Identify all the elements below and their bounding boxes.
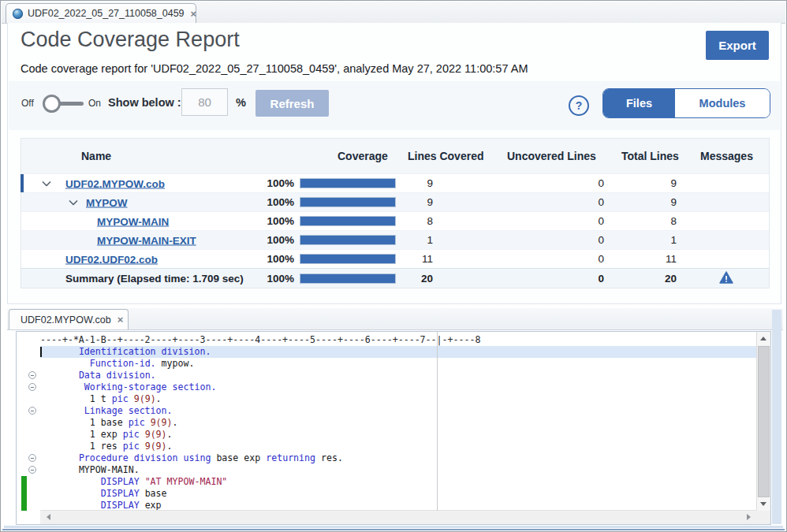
- file-link[interactable]: UDF02.UDF02.cob: [65, 253, 158, 265]
- messages-cell: [700, 212, 770, 230]
- column-ruler: ----+-*A-1-B--+----2----+----3----+----4…: [17, 334, 757, 346]
- messages-cell: [700, 250, 770, 268]
- warning-icon[interactable]: [719, 271, 733, 286]
- chevron-down-icon[interactable]: [42, 180, 51, 186]
- selected-row-accent: [21, 174, 24, 192]
- fold-collapse-icon[interactable]: [28, 407, 36, 415]
- scrollbar-thumb[interactable]: [758, 346, 770, 497]
- file-link[interactable]: MYPOW-MAIN-EXIT: [97, 234, 196, 246]
- report-subtitle: Code coverage report for 'UDF02_2022_05_…: [21, 62, 528, 75]
- code-line: 1 t pic 9(9).: [17, 393, 757, 405]
- table-row: MYPOW-MAIN-EXIT100%101: [21, 230, 769, 249]
- lines-covered-value: 8: [408, 212, 507, 230]
- refresh-button[interactable]: Refresh: [255, 90, 329, 117]
- uncovered-lines-value: 0: [507, 193, 621, 211]
- coverage-bar: [300, 254, 396, 264]
- coverage-percent: 100%: [250, 234, 294, 246]
- editor-tab-bar: UDF02.MYPOW.cob ×: [7, 308, 783, 330]
- application-window: UDF02_2022_05_27_110058_0459 × Code Cove…: [0, 0, 787, 532]
- close-icon[interactable]: ×: [191, 9, 197, 19]
- editor-tab[interactable]: UDF02.MYPOW.cob ×: [9, 309, 129, 329]
- code-line: Linkage section.: [17, 405, 757, 417]
- table-row: Summary (Elapsed time: 1.709 sec)100%200…: [21, 268, 769, 288]
- code-line: DISPLAY "AT MYPOW-MAIN": [17, 476, 757, 488]
- fold-collapse-icon[interactable]: [28, 454, 36, 462]
- toggle-on-label: On: [88, 98, 101, 109]
- lines-covered-value: 1: [408, 231, 507, 249]
- fold-collapse-icon[interactable]: [28, 466, 36, 474]
- scrollbar-right-icon[interactable]: [742, 511, 755, 523]
- coverage-marker: [21, 500, 27, 511]
- coverage-bar: [300, 197, 396, 207]
- window-trim: [4, 526, 783, 528]
- threshold-input[interactable]: [181, 88, 228, 116]
- table-row: UDF02.MYPOW.cob100%909: [21, 173, 769, 192]
- view-tab-title: UDF02_2022_05_27_110058_0459: [28, 8, 185, 19]
- scrollbar-down-icon[interactable]: [757, 497, 770, 511]
- scrollbar-left-icon[interactable]: [42, 511, 55, 523]
- vertical-scrollbar[interactable]: [756, 332, 770, 511]
- code-line: Data division.: [17, 370, 757, 381]
- close-icon[interactable]: ×: [117, 314, 124, 325]
- code-line: DISPLAY base: [17, 488, 757, 500]
- header-messages: Messages: [700, 150, 770, 162]
- table-header: Name Coverage Lines Covered Uncovered Li…: [21, 139, 769, 173]
- files-button[interactable]: Files: [603, 89, 675, 117]
- chevron-down-icon[interactable]: [69, 199, 78, 205]
- code-line: Identification division.: [17, 346, 757, 358]
- messages-cell: [700, 269, 770, 288]
- horizontal-scrollbar[interactable]: [40, 510, 757, 524]
- total-lines-value: 9: [621, 174, 700, 192]
- file-link[interactable]: UDF02.MYPOW.cob: [65, 177, 165, 189]
- scrollbar-up-icon[interactable]: [757, 332, 770, 345]
- total-lines-value: 8: [621, 212, 700, 230]
- show-below-label: Show below :: [108, 96, 181, 109]
- uncovered-lines-value: 0: [507, 231, 621, 249]
- help-icon[interactable]: ?: [569, 95, 589, 116]
- header-coverage: Coverage: [250, 150, 408, 162]
- code-line: Function-id. mypow.: [17, 358, 757, 370]
- code-line: DISPLAY exp: [17, 500, 757, 511]
- header-name: Name: [21, 150, 250, 162]
- coverage-marker: [21, 488, 27, 500]
- coverage-bar: [300, 235, 396, 245]
- scrollbar-corner: [757, 511, 770, 524]
- editor-body: ----+-*A-1-B--+----2----+----3----+----4…: [7, 330, 783, 526]
- coverage-percent: 100%: [250, 273, 294, 285]
- code-area[interactable]: ----+-*A-1-B--+----2----+----3----+----4…: [17, 332, 757, 511]
- code-coverage-report-panel: Code Coverage Report Export Code coverag…: [7, 23, 781, 304]
- uncovered-lines-value: 0: [507, 174, 621, 192]
- file-link[interactable]: MYPOW: [86, 196, 128, 208]
- modules-button[interactable]: Modules: [675, 89, 770, 117]
- uncovered-lines-value: 0: [507, 250, 621, 268]
- table-row: MYPOW100%909: [21, 192, 769, 211]
- view-tab-bar: UDF02_2022_05_27_110058_0459 ×: [2, 2, 785, 24]
- toggle-off-label: Off: [21, 98, 34, 109]
- fold-collapse-icon[interactable]: [28, 371, 36, 379]
- total-lines-value: 11: [621, 250, 700, 268]
- export-button[interactable]: Export: [706, 31, 769, 60]
- header-lines-covered: Lines Covered: [408, 150, 507, 162]
- toggle-knob[interactable]: [43, 95, 61, 113]
- window-trim: [772, 310, 781, 524]
- coverage-percent: 100%: [250, 196, 294, 208]
- coverage-percent: 100%: [250, 253, 294, 265]
- file-link[interactable]: MYPOW-MAIN: [97, 215, 169, 227]
- coverage-percent: 100%: [250, 215, 294, 227]
- files-modules-switcher: Files Modules: [602, 88, 770, 118]
- coverage-table: Name Coverage Lines Covered Uncovered Li…: [21, 138, 770, 288]
- window-trim: [2, 529, 785, 530]
- fold-collapse-icon[interactable]: [28, 383, 36, 391]
- lines-covered-value: 9: [408, 193, 507, 211]
- globe-icon: [13, 9, 23, 19]
- summary-label: Summary (Elapsed time: 1.709 sec): [65, 273, 244, 285]
- coverage-marker: [21, 476, 27, 488]
- total-lines-value: 1: [621, 231, 700, 249]
- coverage-bar: [300, 273, 396, 284]
- coverage-bar: [300, 178, 396, 188]
- code-line: Working-storage section.: [17, 381, 757, 393]
- table-row: UDF02.UDF02.cob100%11011: [21, 249, 769, 268]
- header-uncovered-lines: Uncovered Lines: [507, 150, 621, 162]
- view-tab[interactable]: UDF02_2022_05_27_110058_0459 ×: [6, 3, 196, 23]
- editor-tab-title: UDF02.MYPOW.cob: [21, 314, 111, 326]
